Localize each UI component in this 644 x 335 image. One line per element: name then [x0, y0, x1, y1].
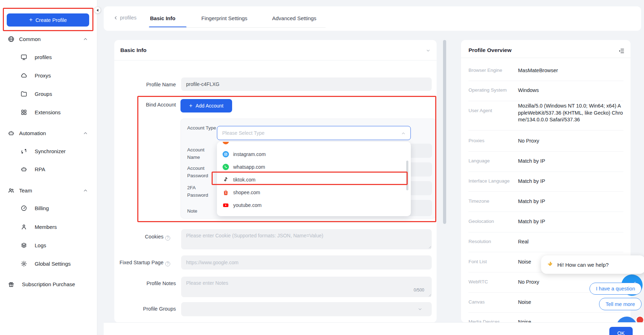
monitor-icon: [21, 54, 27, 60]
sidebar-item-subscription-purchase[interactable]: Subscription Purchase: [0, 279, 97, 289]
collapse-arrow-icon: [97, 9, 98, 12]
gift-icon: [8, 281, 15, 288]
dropdown-option-tiktok[interactable]: tiktok.com: [217, 173, 411, 186]
sidebar-item-label: RPA: [35, 166, 45, 172]
plus-icon: +: [189, 103, 192, 109]
robot-icon: [21, 166, 27, 173]
cloud-icon: [21, 72, 27, 79]
gear-icon: [21, 260, 27, 267]
instagram-icon: [223, 151, 229, 157]
sidebar-item-label: Logs: [35, 242, 46, 248]
svg-text:S: S: [225, 192, 226, 194]
ov-value: Match by IP: [518, 218, 623, 225]
chevron-left-icon: [113, 15, 119, 21]
sidebar-section-label: Team: [19, 187, 32, 194]
sidebar-item-label: Subscription Purchase: [22, 281, 75, 287]
chevron-up-icon: [83, 188, 88, 193]
sidebar-item-billing[interactable]: Billing: [0, 203, 97, 213]
card-title: Basic Info: [120, 47, 146, 53]
collapse-panel-icon[interactable]: [618, 48, 625, 54]
sidebar-item-label: Synchronizer: [35, 148, 66, 154]
ov-label: Font List: [468, 259, 516, 264]
profile-name-label: Profile Name: [112, 82, 176, 87]
fixed-startup-page-input[interactable]: [181, 255, 432, 270]
bind-account-panel: Account Type Account Name Account Passwo…: [180, 119, 436, 219]
account-type-placeholder: Please Select Type: [222, 130, 265, 136]
sidebar-section-common[interactable]: Common: [0, 34, 97, 44]
dropdown-option-label: tiktok.com: [233, 177, 255, 183]
row-divider: [468, 101, 623, 101]
ov-label: Resolution: [468, 239, 516, 244]
dropdown-scrollbar[interactable]: [406, 161, 408, 190]
layers-icon: [21, 242, 27, 249]
breadcrumb: profiles: [120, 15, 137, 21]
cookies-textarea[interactable]: [181, 229, 432, 249]
add-account-button[interactable]: + Add Account: [180, 99, 232, 112]
tabs-divider: [149, 27, 326, 28]
chat-greeting-text: Hi! How can we help?: [557, 262, 609, 268]
ov-value: MasMateBrowser: [518, 67, 623, 74]
sidebar: + Create Profile Common profiles Proxys: [0, 0, 97, 335]
ov-value: Mozilla/5.0 (Windows NT 10.0; Win64; x64…: [518, 103, 623, 123]
ov-value: Real: [518, 238, 623, 246]
footer-bar: OK: [104, 323, 644, 335]
sidebar-item-label: Global Settings: [35, 261, 71, 267]
users-icon: [8, 187, 15, 194]
sidebar-item-synchronizer[interactable]: Synchronizer: [0, 146, 97, 156]
tab-advanced-settings[interactable]: Advanced Settings: [272, 15, 316, 21]
ov-value: Match by IP: [518, 158, 623, 165]
chat-quick-reply-question[interactable]: I have a question: [590, 283, 642, 295]
ov-value: Windows: [518, 87, 623, 94]
note-label: Note: [187, 207, 217, 215]
sidebar-collapse-button[interactable]: [94, 7, 101, 13]
sidebar-item-label: Extensions: [35, 109, 61, 115]
sidebar-item-members[interactable]: Members: [0, 222, 97, 231]
account-type-dropdown: instagram.com whatsapp.com tiktok.com S …: [217, 142, 411, 216]
dropdown-option-partial-icon: [223, 142, 229, 144]
tab-basic-info[interactable]: Basic Info: [150, 15, 176, 21]
sidebar-item-groups[interactable]: Groups: [0, 89, 97, 98]
chat-quick-reply-more[interactable]: Tell me more: [599, 298, 642, 310]
add-account-label: Add Account: [196, 103, 224, 109]
dropdown-option-whatsapp[interactable]: whatsapp.com: [217, 161, 411, 173]
app-window: + Create Profile Common profiles Proxys: [0, 0, 644, 335]
dropdown-option-youtube[interactable]: youtube.com: [217, 199, 411, 212]
tab-fingerprint-settings[interactable]: Fingerprint Settings: [201, 15, 247, 21]
account-type-select[interactable]: Please Select Type: [217, 126, 411, 140]
panel-title: Profile Overview: [468, 47, 511, 53]
sidebar-item-rpa[interactable]: RPA: [0, 164, 97, 174]
account-type-label: Account Type: [187, 124, 217, 132]
sidebar-item-label: Proxys: [35, 73, 51, 79]
sidebar-item-proxys[interactable]: Proxys: [0, 71, 97, 80]
chevron-down-icon[interactable]: [426, 48, 431, 53]
dropdown-option-shopee[interactable]: S shopee.com: [217, 186, 411, 199]
profile-notes-textarea[interactable]: [181, 277, 432, 297]
sidebar-item-global-settings[interactable]: Global Settings: [0, 259, 97, 268]
dropdown-option-instagram[interactable]: instagram.com: [217, 148, 411, 161]
notes-char-counter: 0/500: [414, 288, 424, 293]
sidebar-item-extensions[interactable]: Extensions: [0, 108, 97, 117]
help-icon[interactable]: ?: [165, 236, 170, 241]
sidebar-section-automation[interactable]: Automation: [0, 128, 97, 138]
sidebar-section-team[interactable]: Team: [0, 186, 97, 195]
plus-icon: +: [29, 16, 33, 23]
chat-greeting-bubble: Hi! How can we help?: [541, 255, 644, 274]
profile-groups-select[interactable]: [181, 302, 432, 316]
account-name-label: Account Name: [187, 146, 217, 161]
create-profile-label: Create Profile: [35, 17, 67, 23]
main-scrollbar[interactable]: [443, 40, 446, 224]
tabs-bar: profiles Basic Info Fingerprint Settings…: [104, 6, 641, 31]
sidebar-item-logs[interactable]: Logs: [0, 241, 97, 250]
ov-label: Canvas: [468, 299, 516, 305]
ov-label: Geolocation: [468, 219, 516, 224]
back-to-profiles[interactable]: profiles: [113, 15, 137, 21]
help-icon[interactable]: ?: [165, 261, 170, 266]
create-profile-button[interactable]: + Create Profile: [7, 13, 89, 27]
ov-label: Media Devices: [468, 319, 516, 323]
ov-label: WebRTC: [468, 279, 516, 284]
sidebar-item-label: Billing: [35, 205, 49, 211]
profile-name-input[interactable]: [181, 77, 432, 91]
sidebar-item-profiles[interactable]: profiles: [0, 52, 97, 62]
ok-button[interactable]: OK: [609, 327, 633, 335]
sync-icon: [21, 148, 27, 155]
